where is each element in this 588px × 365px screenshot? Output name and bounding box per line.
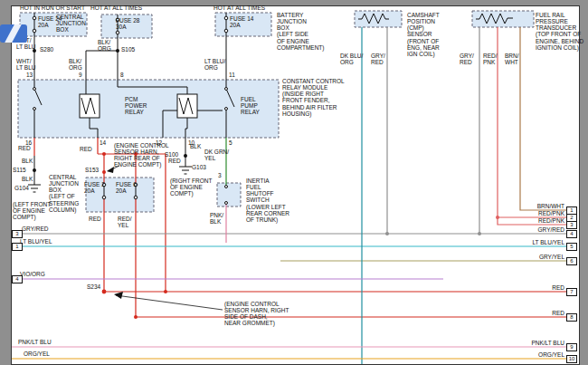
diagram-stage: HOT IN RUN OR START HOT AT ALL TIMES HOT… <box>0 0 588 365</box>
right-connector-pin-8: 8 <box>566 313 577 322</box>
label-hot-at-all-times-2: HOT AT ALL TIMES <box>213 5 265 11</box>
splice-s234-label: S234 <box>87 283 100 290</box>
wire-label-ltblu-yel-left: LT BLU/YEL <box>20 238 52 245</box>
label-cmp-sensor: CAMSHAFT POSITION (CMP) SENSOR (FRONT OF… <box>407 12 440 57</box>
label-pcm-power-relay: PCM POWER RELAY <box>125 96 147 115</box>
label-fuse-6: FUSE 6 20A <box>116 181 137 194</box>
right-connector-pin-3: 3 <box>566 221 577 229</box>
wire-label-dkgrn-yel: DK GRN/ YEL <box>204 149 229 161</box>
ground-g104-note: (LEFT FRONT OF ENGINE COMPT) <box>13 201 51 220</box>
pin-8: 8 <box>120 72 124 78</box>
left-connector-pin-1: 1 <box>12 243 23 251</box>
pin-16: 16 <box>25 139 32 146</box>
wire-label-dkblu-org: DK BLU/ ORG <box>340 53 363 65</box>
splice-s153-label: S153 <box>85 167 99 173</box>
wire-label-pnk-blk: PNK/ BLK <box>210 212 223 225</box>
ground-g103-note: (RIGHT FRONT OF ENGINE COMPT) <box>170 178 212 197</box>
right-connector-pin-10: 10 <box>566 355 577 363</box>
pin-5: 5 <box>229 139 232 146</box>
watermark-slash-icon <box>5 24 21 43</box>
wire-label-org-yel-right: ORG/YEL <box>517 351 564 358</box>
ccrm-box <box>18 80 279 138</box>
splice-s105-label: S105 <box>121 46 135 53</box>
wire-label-gry-red-cmp: GRY/ RED <box>371 53 385 65</box>
wire-label-red-pnk-right-2: RED/PNK <box>517 217 564 224</box>
wire-label-blk-org-2: BLK/ ORG <box>69 58 82 71</box>
pin-14: 14 <box>100 139 106 146</box>
wire-label-pnk-ltblu-left: PNK/LT BLU <box>18 339 52 345</box>
left-connector-pin-4: 4 <box>12 275 23 283</box>
wire-label-wht-ltblu-2: WHT/ LT BLU <box>16 58 35 71</box>
left-connector-pin-3: 3 <box>12 230 23 238</box>
label-inertia-switch: INERTIA FUEL SHUTOFF SWITCH (LOWER LEFT … <box>246 178 289 223</box>
right-connector-pin-9: 9 <box>566 343 577 351</box>
wire-label-red-pnk-frp: RED/ PNK <box>483 53 498 65</box>
label-frp-transducer: FUEL RAIL PRESSURE TRANSDUCER (TOP FRONT… <box>536 12 583 51</box>
label-central-junction-box-top: CENTRAL JUNCTION BOX <box>56 14 86 33</box>
splice-s115-label: S115 <box>13 167 26 173</box>
pin-12: 12 <box>156 139 162 146</box>
label-fuse-28: FUSE 28 30A <box>116 17 139 30</box>
fuel-relay-coil <box>177 94 197 118</box>
wire-label-gry-yel-right: GRY/YEL <box>517 254 564 260</box>
label-ccrm: CONSTANT CONTROL RELAY MODULE (INSIDE RI… <box>282 78 345 117</box>
wire-label-red-right-1: RED <box>517 284 564 291</box>
right-connector-pin-7: 7 <box>566 288 577 296</box>
note-harness-rear: (ENGINE CONTROL SENSOR HARN, RIGHT REAR … <box>114 142 169 168</box>
wire-label-blk-2: BLK <box>22 176 33 182</box>
wire-label-gry-red-left: GRY/RED <box>22 226 49 232</box>
label-fuse-14: FUSE 14 20A <box>230 15 253 28</box>
right-connector-pin-5: 5 <box>566 243 577 251</box>
right-connector-pin-6: 6 <box>566 257 577 265</box>
inertia-switch-box <box>217 183 241 207</box>
label-battery-junction-box: BATTERY JUNCTION BOX (LEFT SIDE OF ENGIN… <box>277 12 324 51</box>
label-hot-at-all-times-1: HOT AT ALL TIMES <box>90 5 142 11</box>
splice-s280-label: S280 <box>40 46 53 53</box>
wire-label-ltblu-yel-right: LT BLU/YEL <box>517 239 564 245</box>
wire-label-vio-org-left: VIO/ORG <box>20 271 45 277</box>
wire-label-red-2: RED <box>80 146 92 152</box>
pin-11: 11 <box>229 72 235 78</box>
ground-g104-symbol <box>28 185 41 192</box>
ground-g104-label: G104 <box>14 185 29 191</box>
right-connector-pin-4: 4 <box>566 230 577 238</box>
wire-label-red-yel: RED/ YEL <box>118 216 132 228</box>
wire-label-pnk-ltblu-right: PNK/LT BLU <box>517 340 564 346</box>
label-central-junction-box-lower: CENTRAL JUNCTION BOX (LEFT OF STEERING C… <box>49 174 79 213</box>
wire-label-ltblu-org: LT BLU/ ORG <box>204 58 225 71</box>
wire-label-red-pnk-right-1: RED/PNK <box>517 210 564 216</box>
ground-g103-label: G103 <box>192 164 206 170</box>
label-hot-in-run-or-start: HOT IN RUN OR START <box>20 5 85 11</box>
ground-g103-symbol <box>179 167 192 174</box>
pin-inertia-3: 3 <box>218 172 222 178</box>
wire-label-blk-1: BLK <box>22 158 33 164</box>
label-fuel-pump-relay: FUEL PUMP RELAY <box>241 96 260 115</box>
wire-brn-wht <box>520 27 566 210</box>
wire-label-org-yel-left: ORG/YEL <box>24 351 50 357</box>
wire-label-blk-org-1: BLK/ ORG <box>98 39 111 52</box>
pin-13: 13 <box>26 72 33 78</box>
wire-label-brn-wht-right: BRN/WHT <box>517 203 564 209</box>
wire-label-gry-red-frp: GRY/ RED <box>460 53 474 65</box>
note-harness-dash: (ENGINE CONTROL SENSOR HARN, RIGHT SIDE … <box>224 301 289 327</box>
watermark-logo <box>0 24 27 43</box>
wire-label-red-4: RED <box>89 216 101 222</box>
pin-10: 10 <box>188 139 194 146</box>
wire-label-brn-wht-frp: BRN/ WHT <box>505 53 519 65</box>
pcm-relay-coil <box>80 94 100 118</box>
label-fuse-2: FUSE 2 20A <box>84 181 105 194</box>
pin-9: 9 <box>79 72 82 78</box>
wire-label-red-right-2: RED <box>517 310 564 316</box>
wire-label-red-3: RED <box>168 158 181 164</box>
wire-label-gry-red-right: GRY/RED <box>517 226 564 233</box>
